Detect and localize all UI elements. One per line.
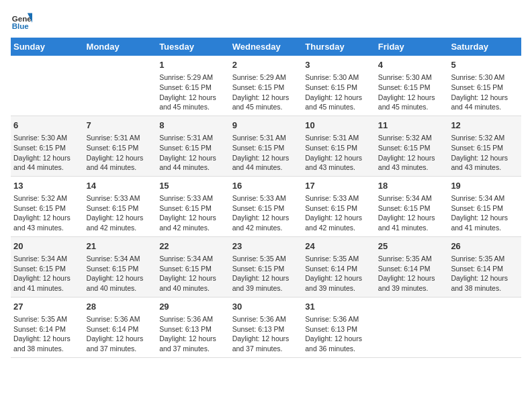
cell-details: Sunrise: 5:35 AM Sunset: 6:14 PM Dayligh… xyxy=(378,254,446,293)
cell-details: Sunrise: 5:36 AM Sunset: 6:13 PM Dayligh… xyxy=(305,314,373,354)
day-number: 29 xyxy=(159,301,227,313)
weekday-header-thursday: Thursday xyxy=(302,38,375,56)
day-number: 27 xyxy=(13,301,81,313)
cell-details: Sunrise: 5:34 AM Sunset: 6:15 PM Dayligh… xyxy=(378,193,446,233)
day-number: 24 xyxy=(305,240,373,253)
cell-details: Sunrise: 5:29 AM Sunset: 6:15 PM Dayligh… xyxy=(232,73,300,112)
day-number: 8 xyxy=(159,120,227,132)
cell-details: Sunrise: 5:32 AM Sunset: 6:15 PM Dayligh… xyxy=(451,133,519,173)
cell-details: Sunrise: 5:33 AM Sunset: 6:15 PM Dayligh… xyxy=(159,193,227,233)
weekday-header-friday: Friday xyxy=(375,38,449,56)
page-header: General Blue xyxy=(11,11,521,32)
calendar-cell: 22Sunrise: 5:34 AM Sunset: 6:15 PM Dayli… xyxy=(157,236,230,297)
day-number: 20 xyxy=(13,240,81,253)
day-number: 1 xyxy=(159,59,227,71)
calendar-cell xyxy=(84,56,157,116)
cell-details: Sunrise: 5:33 AM Sunset: 6:15 PM Dayligh… xyxy=(87,193,154,233)
weekday-header-saturday: Saturday xyxy=(448,38,521,56)
calendar-cell: 2Sunrise: 5:29 AM Sunset: 6:15 PM Daylig… xyxy=(230,56,303,116)
cell-details: Sunrise: 5:32 AM Sunset: 6:15 PM Dayligh… xyxy=(13,193,81,233)
calendar-cell: 12Sunrise: 5:32 AM Sunset: 6:15 PM Dayli… xyxy=(448,116,521,176)
cell-details: Sunrise: 5:36 AM Sunset: 6:14 PM Dayligh… xyxy=(87,314,154,354)
calendar-cell: 25Sunrise: 5:35 AM Sunset: 6:14 PM Dayli… xyxy=(375,236,449,297)
cell-details: Sunrise: 5:35 AM Sunset: 6:14 PM Dayligh… xyxy=(305,254,373,293)
day-number: 19 xyxy=(451,180,519,192)
calendar-cell: 8Sunrise: 5:31 AM Sunset: 6:15 PM Daylig… xyxy=(157,116,230,176)
calendar-cell: 19Sunrise: 5:34 AM Sunset: 6:15 PM Dayli… xyxy=(448,176,521,236)
day-number: 7 xyxy=(87,120,154,132)
cell-details: Sunrise: 5:34 AM Sunset: 6:15 PM Dayligh… xyxy=(451,193,519,233)
calendar-cell: 4Sunrise: 5:30 AM Sunset: 6:15 PM Daylig… xyxy=(375,56,449,116)
day-number: 10 xyxy=(305,120,373,132)
weekday-header-sunday: Sunday xyxy=(11,38,84,56)
calendar-cell: 29Sunrise: 5:36 AM Sunset: 6:13 PM Dayli… xyxy=(157,297,230,357)
calendar-cell: 9Sunrise: 5:31 AM Sunset: 6:15 PM Daylig… xyxy=(230,116,303,176)
cell-details: Sunrise: 5:34 AM Sunset: 6:15 PM Dayligh… xyxy=(159,254,227,293)
day-number: 13 xyxy=(13,180,81,192)
cell-details: Sunrise: 5:32 AM Sunset: 6:15 PM Dayligh… xyxy=(378,133,446,173)
calendar-table: SundayMondayTuesdayWednesdayThursdayFrid… xyxy=(11,38,521,358)
calendar-cell: 31Sunrise: 5:36 AM Sunset: 6:13 PM Dayli… xyxy=(302,297,375,357)
day-number: 18 xyxy=(378,180,446,192)
cell-details: Sunrise: 5:31 AM Sunset: 6:15 PM Dayligh… xyxy=(305,133,373,173)
cell-details: Sunrise: 5:30 AM Sunset: 6:15 PM Dayligh… xyxy=(13,133,81,173)
cell-details: Sunrise: 5:34 AM Sunset: 6:15 PM Dayligh… xyxy=(87,254,154,293)
calendar-cell: 18Sunrise: 5:34 AM Sunset: 6:15 PM Dayli… xyxy=(375,176,449,236)
cell-details: Sunrise: 5:36 AM Sunset: 6:13 PM Dayligh… xyxy=(159,314,227,354)
day-number: 4 xyxy=(378,59,446,71)
svg-text:Blue: Blue xyxy=(12,22,30,30)
cell-details: Sunrise: 5:35 AM Sunset: 6:14 PM Dayligh… xyxy=(451,254,519,293)
logo: General Blue xyxy=(11,11,32,32)
cell-details: Sunrise: 5:36 AM Sunset: 6:13 PM Dayligh… xyxy=(232,314,300,354)
calendar-cell xyxy=(11,56,84,116)
calendar-cell: 13Sunrise: 5:32 AM Sunset: 6:15 PM Dayli… xyxy=(11,176,84,236)
cell-details: Sunrise: 5:31 AM Sunset: 6:15 PM Dayligh… xyxy=(232,133,300,173)
weekday-header-tuesday: Tuesday xyxy=(157,38,230,56)
calendar-cell xyxy=(375,297,449,357)
day-number: 9 xyxy=(232,120,300,132)
calendar-cell: 5Sunrise: 5:30 AM Sunset: 6:15 PM Daylig… xyxy=(448,56,521,116)
calendar-cell: 7Sunrise: 5:31 AM Sunset: 6:15 PM Daylig… xyxy=(84,116,157,176)
calendar-cell: 1Sunrise: 5:29 AM Sunset: 6:15 PM Daylig… xyxy=(157,56,230,116)
day-number: 22 xyxy=(159,240,227,253)
calendar-cell: 14Sunrise: 5:33 AM Sunset: 6:15 PM Dayli… xyxy=(84,176,157,236)
day-number: 30 xyxy=(232,301,300,313)
calendar-cell: 28Sunrise: 5:36 AM Sunset: 6:14 PM Dayli… xyxy=(84,297,157,357)
calendar-cell: 15Sunrise: 5:33 AM Sunset: 6:15 PM Dayli… xyxy=(157,176,230,236)
calendar-cell: 6Sunrise: 5:30 AM Sunset: 6:15 PM Daylig… xyxy=(11,116,84,176)
calendar-cell: 16Sunrise: 5:33 AM Sunset: 6:15 PM Dayli… xyxy=(230,176,303,236)
calendar-week-row: 20Sunrise: 5:34 AM Sunset: 6:15 PM Dayli… xyxy=(11,236,521,297)
calendar-cell xyxy=(448,297,521,357)
cell-details: Sunrise: 5:30 AM Sunset: 6:15 PM Dayligh… xyxy=(378,73,446,112)
day-number: 5 xyxy=(451,59,519,71)
day-number: 23 xyxy=(232,240,300,253)
cell-details: Sunrise: 5:30 AM Sunset: 6:15 PM Dayligh… xyxy=(305,73,373,112)
day-number: 28 xyxy=(87,301,154,313)
cell-details: Sunrise: 5:30 AM Sunset: 6:15 PM Dayligh… xyxy=(451,73,519,112)
cell-details: Sunrise: 5:29 AM Sunset: 6:15 PM Dayligh… xyxy=(159,73,227,112)
calendar-cell: 23Sunrise: 5:35 AM Sunset: 6:15 PM Dayli… xyxy=(230,236,303,297)
day-number: 6 xyxy=(13,120,81,132)
cell-details: Sunrise: 5:33 AM Sunset: 6:15 PM Dayligh… xyxy=(305,193,373,233)
calendar-cell: 30Sunrise: 5:36 AM Sunset: 6:13 PM Dayli… xyxy=(230,297,303,357)
day-number: 31 xyxy=(305,301,373,313)
logo-icon: General Blue xyxy=(11,11,32,32)
day-number: 11 xyxy=(378,120,446,132)
day-number: 12 xyxy=(451,120,519,132)
cell-details: Sunrise: 5:34 AM Sunset: 6:15 PM Dayligh… xyxy=(13,254,81,293)
cell-details: Sunrise: 5:35 AM Sunset: 6:15 PM Dayligh… xyxy=(232,254,300,293)
cell-details: Sunrise: 5:31 AM Sunset: 6:15 PM Dayligh… xyxy=(159,133,227,173)
day-number: 21 xyxy=(87,240,154,253)
calendar-week-row: 13Sunrise: 5:32 AM Sunset: 6:15 PM Dayli… xyxy=(11,176,521,236)
day-number: 25 xyxy=(378,240,446,253)
calendar-cell: 24Sunrise: 5:35 AM Sunset: 6:14 PM Dayli… xyxy=(302,236,375,297)
day-number: 16 xyxy=(232,180,300,192)
weekday-header-wednesday: Wednesday xyxy=(230,38,303,56)
calendar-cell: 17Sunrise: 5:33 AM Sunset: 6:15 PM Dayli… xyxy=(302,176,375,236)
cell-details: Sunrise: 5:31 AM Sunset: 6:15 PM Dayligh… xyxy=(87,133,154,173)
cell-details: Sunrise: 5:35 AM Sunset: 6:14 PM Dayligh… xyxy=(13,314,81,354)
day-number: 26 xyxy=(451,240,519,253)
weekday-header-row: SundayMondayTuesdayWednesdayThursdayFrid… xyxy=(11,38,521,56)
day-number: 15 xyxy=(159,180,227,192)
calendar-week-row: 1Sunrise: 5:29 AM Sunset: 6:15 PM Daylig… xyxy=(11,56,521,116)
